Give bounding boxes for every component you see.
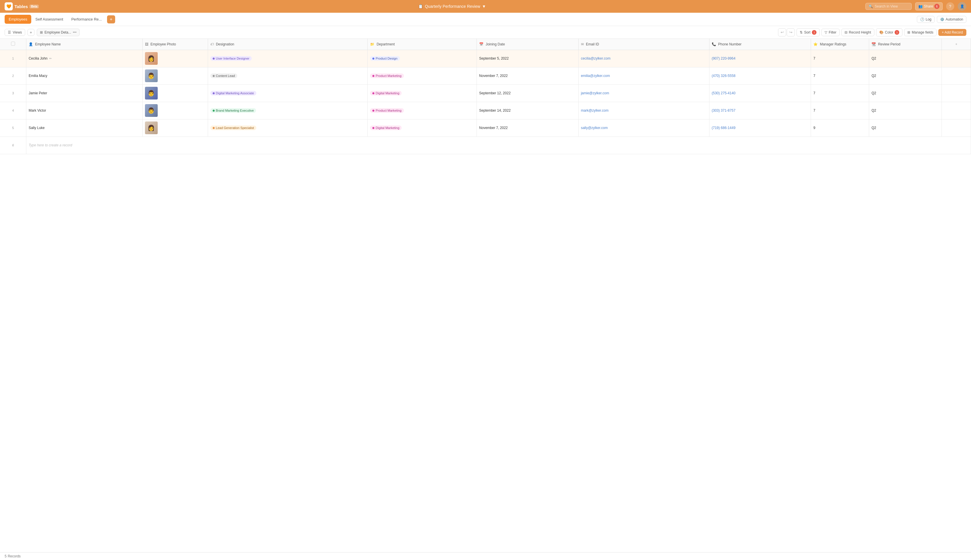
- header-joining-date[interactable]: 📅 Joining Date: [477, 39, 579, 50]
- department-tag: Product Design: [370, 56, 400, 61]
- email-link[interactable]: cecilia@zylker.com: [581, 57, 611, 60]
- create-record-row[interactable]: 6 Type here to create a record: [0, 137, 971, 154]
- tab-employees[interactable]: Employees: [5, 15, 31, 24]
- filter-button[interactable]: ▽ Filter: [821, 28, 840, 36]
- header-phone[interactable]: 📞 Phone Number: [709, 39, 811, 50]
- phone-icon: 📞: [712, 42, 716, 46]
- app-logo[interactable]: 🧡 Tables Beta: [5, 2, 39, 10]
- header-department[interactable]: 📁 Department: [368, 39, 477, 50]
- phone-link[interactable]: (907) 220-9964: [712, 57, 736, 60]
- tab-self-assessment[interactable]: Self Assessment: [31, 15, 67, 24]
- row-extra-5: [942, 119, 971, 137]
- row-email-2[interactable]: emilia@zylker.com: [578, 67, 709, 85]
- row-dept-2: Product Marketing: [368, 67, 477, 85]
- share-button[interactable]: 👥 Share 6: [915, 2, 943, 10]
- row-rating-2: 7: [811, 67, 869, 85]
- header-employee-name[interactable]: 👤 Employee Name: [26, 39, 142, 50]
- dept-dot: [372, 110, 374, 112]
- row-photo-3: 👨: [142, 85, 208, 102]
- table-row[interactable]: 3 Jamie Peter 👨 Digital Marketing Associ…: [0, 85, 971, 102]
- phone-link[interactable]: (719) 686-1449: [712, 126, 736, 130]
- header-review-period[interactable]: 📆 Review Period: [869, 39, 942, 50]
- row-num-4: 4: [0, 102, 26, 119]
- select-all-checkbox[interactable]: [11, 42, 15, 46]
- sort-icon: ⇅: [800, 30, 802, 34]
- filter-icon: ▽: [824, 30, 827, 34]
- row-extra-3: [942, 85, 971, 102]
- log-label: Log: [926, 17, 931, 22]
- email-link[interactable]: sally@zylker.com: [581, 126, 608, 130]
- designation-dot: [213, 58, 215, 60]
- sort-button[interactable]: ⇅ Sort 1: [796, 28, 820, 37]
- record-height-button[interactable]: ⊟ Record Height: [841, 28, 874, 36]
- manage-fields-button[interactable]: ⊞ Manage fields: [904, 28, 937, 36]
- email-link[interactable]: emilia@zylker.com: [581, 74, 610, 78]
- color-button[interactable]: 🎨 Color 1: [876, 28, 903, 37]
- row-phone-2[interactable]: (470) 326-5558: [709, 67, 811, 85]
- header-designation[interactable]: 🏷 Designation: [208, 39, 368, 50]
- employee-avatar: 👨: [145, 87, 158, 100]
- add-column-button[interactable]: +: [942, 39, 971, 50]
- row-rating-5: 9: [811, 119, 869, 137]
- phone-link[interactable]: (303) 371-8757: [712, 108, 736, 113]
- email-link[interactable]: mark@zylker.com: [581, 108, 609, 113]
- row-email-3[interactable]: jamie@zylker.com: [578, 85, 709, 102]
- automation-button[interactable]: ⚙️ Automation: [937, 16, 966, 23]
- designation-tag: Brand Marketing Executive: [210, 108, 256, 113]
- row-designation-5: Lead Generation Specialist: [208, 119, 368, 137]
- header-employee-photo[interactable]: 🖼 Employee Photo: [142, 39, 208, 50]
- rating-icon: ⭐: [813, 42, 818, 46]
- add-view-button[interactable]: +: [27, 29, 34, 36]
- row-email-4[interactable]: mark@zylker.com: [578, 102, 709, 119]
- user-avatar[interactable]: 👤: [958, 2, 966, 11]
- row-joining-5: November 7, 2022: [477, 119, 579, 137]
- table-row[interactable]: 1 Cecilia John ✏ 👩 User Interface Design…: [0, 50, 971, 67]
- log-button[interactable]: 🕐 Log: [917, 16, 934, 23]
- row-phone-3[interactable]: (530) 275-4140: [709, 85, 811, 102]
- search-in-view-input[interactable]: 🔍 Search in View: [865, 3, 912, 10]
- email-link[interactable]: jamie@zylker.com: [581, 91, 609, 95]
- redo-button[interactable]: ↪: [787, 28, 795, 37]
- create-row-placeholder-cell[interactable]: Type here to create a record: [26, 137, 971, 154]
- nav-title-dropdown-icon[interactable]: ▼: [482, 4, 486, 9]
- phone-link[interactable]: (470) 326-5558: [712, 74, 736, 78]
- edit-icon[interactable]: ✏: [49, 57, 52, 60]
- row-name-2: Emilia Macy: [26, 67, 142, 85]
- row-phone-1[interactable]: (907) 220-9964: [709, 50, 811, 67]
- designation-icon: 🏷: [210, 42, 214, 46]
- row-name-5: Sally Luke: [26, 119, 142, 137]
- table-row[interactable]: 4 Mark Victor 👨 Brand Marketing Executiv…: [0, 102, 971, 119]
- help-button[interactable]: ?: [946, 2, 954, 10]
- joining-date-icon: 📅: [479, 42, 484, 46]
- table-row[interactable]: 5 Sally Luke 👩 Lead Generation Specialis…: [0, 119, 971, 137]
- row-email-1[interactable]: cecilia@zylker.com: [578, 50, 709, 67]
- share-count-badge: 6: [934, 4, 939, 9]
- row-dept-4: Product Marketing: [368, 102, 477, 119]
- records-label: Records: [8, 554, 21, 558]
- row-name-1: Cecilia John ✏: [26, 50, 142, 67]
- undo-button[interactable]: ↩: [778, 28, 786, 37]
- header-email[interactable]: ✉ Email ID: [578, 39, 709, 50]
- row-phone-5[interactable]: (719) 686-1449: [709, 119, 811, 137]
- add-tab-button[interactable]: +: [107, 15, 115, 23]
- views-label: Views: [13, 30, 22, 34]
- phone-link[interactable]: (530) 275-4140: [712, 91, 736, 95]
- row-photo-5: 👩: [142, 119, 208, 137]
- row-review-2: Q2: [869, 67, 942, 85]
- row-phone-4[interactable]: (303) 371-8757: [709, 102, 811, 119]
- row-photo-4: 👨: [142, 102, 208, 119]
- row-email-5[interactable]: sally@zylker.com: [578, 119, 709, 137]
- employee-photo-icon: 🖼: [145, 42, 148, 46]
- add-record-button[interactable]: + Add Record: [938, 29, 966, 36]
- views-button[interactable]: ☰ Views: [5, 29, 25, 36]
- row-rating-3: 7: [811, 85, 869, 102]
- current-view-tab[interactable]: ⊞ Employee Deta... •••: [37, 28, 80, 36]
- view-options-icon[interactable]: •••: [73, 30, 77, 34]
- table-row[interactable]: 2 Emilia Macy 👨 Content Lead Produ: [0, 67, 971, 85]
- automation-label: Automation: [946, 17, 963, 22]
- header-rating[interactable]: ⭐ Manager Ratings: [811, 39, 869, 50]
- tab-performance-review[interactable]: Performance Re...: [67, 15, 106, 24]
- dept-dot: [372, 92, 374, 94]
- department-tag: Product Marketing: [370, 73, 404, 78]
- row-extra-4: [942, 102, 971, 119]
